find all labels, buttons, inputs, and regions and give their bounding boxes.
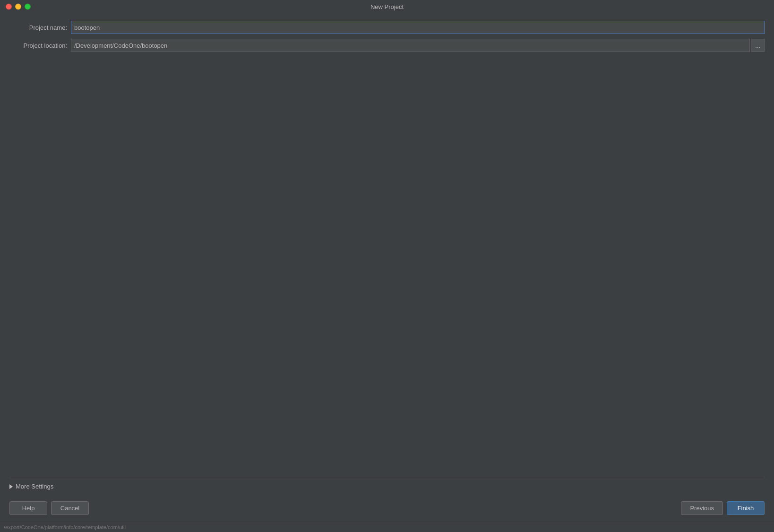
help-button[interactable]: Help: [9, 501, 47, 515]
bottom-section: More Settings: [9, 477, 765, 496]
chevron-right-icon: [9, 484, 13, 489]
project-location-label: Project location:: [9, 42, 71, 49]
maximize-button[interactable]: [25, 4, 31, 10]
finish-button[interactable]: Finish: [727, 501, 765, 515]
button-bar: Help Cancel Previous Finish: [9, 496, 765, 522]
project-name-row: Project name:: [9, 21, 765, 34]
close-button[interactable]: [6, 4, 12, 10]
window-title: New Project: [370, 3, 404, 10]
more-settings-label: More Settings: [16, 483, 53, 490]
nav-button-group: Previous Finish: [681, 501, 765, 515]
dialog-body: Project name: Project location: ... More…: [0, 13, 774, 522]
title-bar: New Project: [0, 0, 774, 13]
minimize-button[interactable]: [15, 4, 21, 10]
previous-button[interactable]: Previous: [681, 501, 723, 515]
traffic-lights: [6, 4, 31, 10]
project-location-input[interactable]: [71, 39, 750, 52]
browse-button[interactable]: ...: [751, 39, 765, 52]
more-settings-row[interactable]: More Settings: [9, 481, 765, 492]
cancel-button[interactable]: Cancel: [51, 501, 89, 515]
status-bar: /export/CodeOne/platform/info/core/templ…: [0, 522, 774, 532]
status-text: /export/CodeOne/platform/info/core/templ…: [4, 524, 126, 530]
content-area: [9, 57, 765, 477]
project-name-label: Project name:: [9, 24, 71, 31]
help-cancel-group: Help Cancel: [9, 501, 89, 515]
project-location-row: Project location: ...: [9, 39, 765, 52]
project-name-input[interactable]: [71, 21, 765, 34]
